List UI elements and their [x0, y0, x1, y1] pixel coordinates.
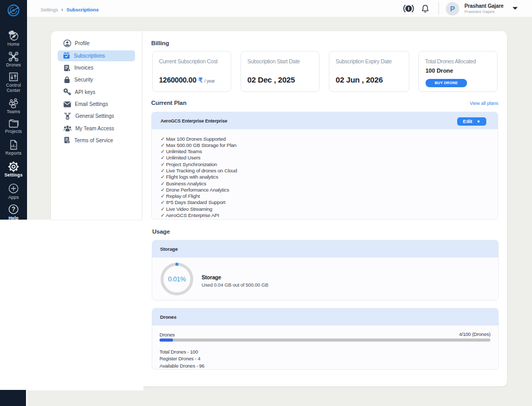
svg-text:?: ? [11, 206, 15, 213]
svg-text:0.01%: 0.01% [168, 276, 186, 283]
